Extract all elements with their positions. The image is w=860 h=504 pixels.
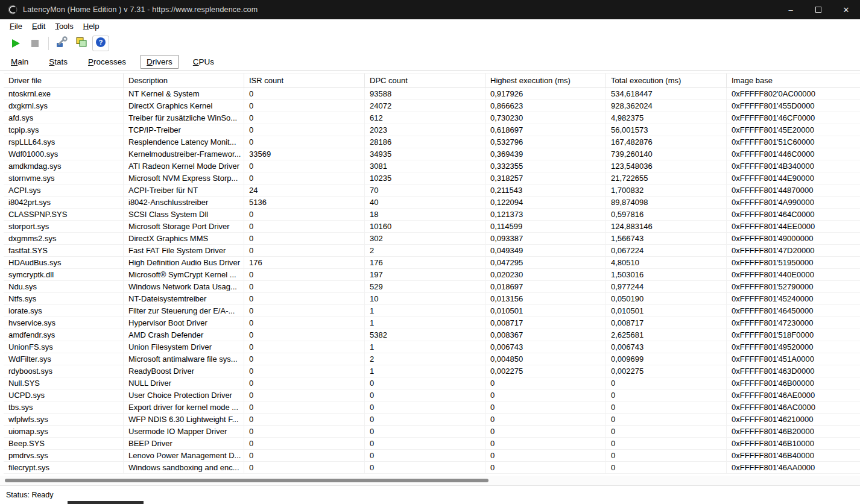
help-button[interactable]: ? [92, 36, 109, 51]
stop-monitor-button[interactable] [27, 36, 43, 51]
table-cell: 0xFFFFF801'52790000 [727, 281, 860, 293]
close-button[interactable]: ✕ [832, 0, 860, 19]
table-cell: 0,122094 [485, 197, 606, 209]
table-cell: 0 [365, 450, 485, 462]
table-row[interactable]: uiomap.sysUsermode IO Mapper Driver00000… [4, 426, 860, 438]
table-row[interactable]: ntoskrnl.exeNT Kernel & System0935880,91… [4, 88, 860, 100]
table-row[interactable]: UnionFS.sysUnion Filesystem Driver010,00… [4, 341, 860, 353]
table-cell: 0,730230 [485, 112, 606, 124]
table-row[interactable]: WdFilter.sysMicrosoft antimalware file s… [4, 353, 860, 365]
table-cell: 5382 [365, 329, 485, 341]
table-row[interactable]: fastfat.SYSFast FAT File System Driver02… [4, 245, 860, 257]
table-row[interactable]: pmdrvs.sysLenovo Power Management D...00… [4, 450, 860, 462]
table-cell: 0 [244, 389, 365, 402]
horizontal-scrollbar[interactable] [0, 476, 860, 485]
table-cell: Lenovo Power Management D... [124, 450, 244, 462]
table-cell: 0xFFFFF801'46AE0000 [727, 389, 860, 402]
table-row[interactable]: hvservice.sysHypervisor Boot Driver010,0… [4, 317, 860, 329]
column-header-total-execution[interactable]: Total execution (ms) [606, 74, 727, 88]
table-cell: 0 [244, 112, 365, 124]
column-header-highest-execution[interactable]: Highest execution (ms) [485, 74, 606, 88]
column-header-isr-count[interactable]: ISR count [244, 74, 365, 88]
table-cell: 0 [244, 402, 365, 414]
table-row[interactable]: tcpip.sysTCP/IP-Treiber020230,61869756,0… [4, 124, 860, 136]
table-cell: 0,006743 [606, 341, 727, 353]
table-cell: Windows Network Data Usag... [124, 281, 244, 293]
table-cell: 0 [365, 426, 485, 438]
table-cell: 0,114599 [485, 221, 606, 233]
table-cell: 0 [485, 402, 606, 414]
table-cell: 1 [365, 365, 485, 377]
table-cell: 529 [365, 281, 485, 293]
table-cell: 0xFFFFF801'46CF0000 [727, 112, 860, 124]
table-cell: 24072 [365, 100, 485, 112]
column-header-description[interactable]: Description [124, 74, 244, 88]
table-cell: 0,010501 [606, 305, 727, 317]
table-row[interactable]: symcryptk.dllMicrosoft® SymCrypt Kernel … [4, 269, 860, 281]
tab-bar: Main Stats Processes Drivers CPUs [0, 53, 860, 71]
table-cell: 0 [485, 426, 606, 438]
table-row[interactable]: rspLLL64.sysResplendence Latency Monit..… [4, 136, 860, 148]
tab-stats[interactable]: Stats [43, 55, 74, 69]
tab-cpus[interactable]: CPUs [187, 55, 220, 69]
table-row[interactable]: dxgkrnl.sysDirectX Graphics Kernel024072… [4, 100, 860, 112]
table-cell: 0,018697 [485, 281, 606, 293]
table-cell: ACPI.sys [4, 184, 124, 197]
table-row[interactable]: tbs.sysExport driver for kernel mode ...… [4, 402, 860, 414]
run-monitor-button[interactable] [7, 36, 24, 51]
table-cell: 0,013156 [485, 293, 606, 305]
table-row[interactable]: CLASSPNP.SYSSCSI Class System Dll0180,12… [4, 209, 860, 221]
minimize-button[interactable]: – [777, 0, 805, 19]
table-cell: 0 [606, 450, 727, 462]
table-row[interactable]: Wdf01000.sysKernelmodustreiber-Framewor.… [4, 148, 860, 160]
table-cell: 2,625681 [606, 329, 727, 341]
table-cell: 0xFFFFF802'0AC00000 [727, 88, 860, 100]
table-row[interactable]: UCPD.sysUser Choice Protection Driver000… [4, 389, 860, 402]
tab-main[interactable]: Main [5, 55, 34, 69]
table-row[interactable]: dxgmms2.sysDirectX Graphics MMS03020,093… [4, 233, 860, 245]
tab-drivers[interactable]: Drivers [141, 55, 179, 69]
table-row[interactable]: iorate.sysFilter zur Steuerung der E/A-.… [4, 305, 860, 317]
table-row[interactable]: storport.sysMicrosoft Storage Port Drive… [4, 221, 860, 233]
table-row[interactable]: i8042prt.sysi8042-Anschlusstreiber513640… [4, 197, 860, 209]
table-row[interactable]: afd.sysTreiber für zusätzliche WinSo...0… [4, 112, 860, 124]
copy-report-button[interactable] [73, 36, 90, 51]
column-header-driver-file[interactable]: Driver file [4, 74, 124, 88]
table-cell: TCP/IP-Treiber [124, 124, 244, 136]
menu-tools[interactable]: Tools [50, 20, 78, 32]
play-icon [12, 39, 20, 48]
table-cell: Union Filesystem Driver [124, 341, 244, 353]
table-cell: 1 [365, 317, 485, 329]
table-cell: 0 [244, 426, 365, 438]
table-row[interactable]: HDAudBus.sysHigh Definition Audio Bus Dr… [4, 257, 860, 269]
table-cell: 0 [244, 353, 365, 365]
window-title: LatencyMon (Home Edition ) v 7.31 - http… [23, 5, 777, 14]
table-row[interactable]: Ntfs.sysNT-Dateisystemtreiber0100,013156… [4, 293, 860, 305]
table-row[interactable]: filecrypt.sysWindows sandboxing and enc.… [4, 462, 860, 474]
driver-tools-icon [55, 36, 69, 51]
maximize-button[interactable] [805, 0, 832, 19]
table-row[interactable]: Beep.SYSBEEP Driver00000xFFFFF801'46B100… [4, 438, 860, 450]
table-row[interactable]: Null.SYSNULL Driver00000xFFFFF801'46B000… [4, 377, 860, 389]
table-row[interactable]: rdyboost.sysReadyBoost Driver010,0022750… [4, 365, 860, 377]
table-cell: 0 [365, 389, 485, 402]
table-row[interactable]: wfplwfs.sysWFP NDIS 6.30 Lightweight F..… [4, 414, 860, 426]
tab-processes[interactable]: Processes [82, 55, 132, 69]
column-header-image-base[interactable]: Image base [727, 74, 860, 88]
table-cell: 0 [606, 414, 727, 426]
menu-file[interactable]: File [5, 20, 27, 32]
table-cell: 0xFFFFF801'440E0000 [727, 269, 860, 281]
table-row[interactable]: amdfendr.sysAMD Crash Defender053820,008… [4, 329, 860, 341]
table-cell: 0,211543 [485, 184, 606, 197]
driver-options-button[interactable] [54, 36, 71, 51]
table-cell: 0 [606, 377, 727, 389]
table-row[interactable]: Ndu.sysWindows Network Data Usag...05290… [4, 281, 860, 293]
column-header-dpc-count[interactable]: DPC count [365, 74, 485, 88]
table-row[interactable]: ACPI.sysACPI-Treiber für NT24700,2115431… [4, 184, 860, 197]
menu-help[interactable]: Help [78, 20, 104, 32]
menu-edit[interactable]: Edit [27, 20, 50, 32]
table-row[interactable]: amdkmdag.sysATI Radeon Kernel Mode Drive… [4, 160, 860, 172]
table-row[interactable]: stornvme.sysMicrosoft NVM Express Storp.… [4, 172, 860, 184]
table-cell: 0 [485, 377, 606, 389]
horizontal-scrollbar-thumb[interactable] [5, 479, 488, 482]
